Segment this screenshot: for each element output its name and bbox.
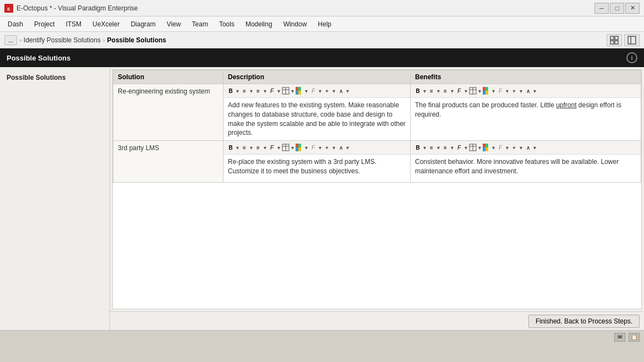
- tb-list-b1[interactable]: ≡: [440, 86, 450, 96]
- menu-itsm[interactable]: ITSM: [60, 18, 87, 30]
- tb-insert-b1[interactable]: +: [509, 86, 519, 96]
- menu-diagram[interactable]: Diagram: [125, 18, 161, 30]
- minimize-button[interactable]: ─: [594, 3, 609, 14]
- tb-list-b1-dd[interactable]: ▾: [451, 88, 454, 94]
- tb-insert-d2-dd[interactable]: ▾: [332, 145, 335, 151]
- menu-team[interactable]: Team: [187, 18, 214, 30]
- tb-insert-dd[interactable]: ▾: [332, 88, 335, 94]
- menu-modeling[interactable]: Modeling: [240, 18, 278, 30]
- tb-format-b1-dd[interactable]: ▾: [533, 88, 536, 94]
- tb-format-dd[interactable]: ▾: [346, 88, 349, 94]
- left-panel-label: Possible Solutions: [7, 74, 66, 81]
- tb-align-b1-dd[interactable]: ▾: [437, 88, 440, 94]
- tb-format-b2-dd[interactable]: ▾: [533, 145, 536, 151]
- svg-rect-6: [628, 36, 636, 44]
- tb-font-dd[interactable]: ▾: [277, 88, 280, 94]
- tb-italic-dd[interactable]: ▾: [319, 88, 321, 94]
- tb-b2-dd[interactable]: ▾: [423, 145, 426, 151]
- tb-italic-f[interactable]: F: [308, 86, 318, 96]
- tb-table-b2-dd[interactable]: ▾: [478, 145, 481, 151]
- tb-font-b2[interactable]: F: [454, 142, 464, 152]
- tb-list-b2-dd[interactable]: ▾: [451, 145, 454, 151]
- menu-window[interactable]: Window: [278, 18, 313, 30]
- tb-bold-b1[interactable]: B: [413, 86, 423, 96]
- clipboard-icon[interactable]: 📋: [629, 333, 640, 342]
- tb-format[interactable]: ∧: [336, 86, 346, 96]
- description-1-text[interactable]: Add new features to the existing system.…: [223, 98, 410, 140]
- tb-bold-d2[interactable]: B: [226, 142, 236, 152]
- tb-insert-b2[interactable]: +: [509, 142, 519, 152]
- tb-bold-b2[interactable]: B: [413, 142, 423, 152]
- tb-list[interactable]: ≡: [253, 86, 263, 96]
- maximize-button[interactable]: □: [610, 3, 624, 14]
- menu-tools[interactable]: Tools: [214, 18, 240, 30]
- tb-format-d2[interactable]: ∧: [336, 142, 346, 152]
- tb-align-b2[interactable]: ≡: [427, 142, 436, 152]
- tb-list-d2[interactable]: ≡: [253, 142, 263, 152]
- tb-font[interactable]: F: [267, 86, 277, 96]
- tb-font-b2-dd[interactable]: ▾: [465, 145, 467, 151]
- tb-insert-b1-dd[interactable]: ▾: [520, 88, 522, 94]
- breadcrumb-icon-panel[interactable]: [624, 34, 640, 46]
- tb-color-b2[interactable]: [482, 142, 492, 152]
- tb-align-dd[interactable]: ▾: [250, 88, 253, 94]
- tb-insert-d2[interactable]: +: [322, 142, 332, 152]
- tb-table-b1[interactable]: [468, 86, 478, 96]
- tb-italic-b2-dd[interactable]: ▾: [506, 145, 509, 151]
- tb-align-b1[interactable]: ≡: [427, 86, 436, 96]
- tb-table-d2-dd[interactable]: ▾: [291, 145, 294, 151]
- tb-align[interactable]: ≡: [239, 86, 249, 96]
- tb-b1-dd[interactable]: ▾: [423, 88, 426, 94]
- tb-bold[interactable]: B: [226, 86, 236, 96]
- description-2-text[interactable]: Re-place the existing system with a 3rd …: [223, 155, 410, 182]
- menu-dash[interactable]: Dash: [2, 18, 29, 30]
- tb-font-b1-dd[interactable]: ▾: [465, 88, 467, 94]
- tb-bold-dd[interactable]: ▾: [236, 88, 239, 94]
- close-button[interactable]: ✕: [625, 3, 640, 14]
- tb-list-d2-dd[interactable]: ▾: [264, 145, 266, 151]
- tb-color-dd[interactable]: ▾: [305, 88, 308, 94]
- finish-button[interactable]: Finished. Back to Process Steps.: [528, 315, 640, 328]
- tb-italic-b1-dd[interactable]: ▾: [506, 88, 509, 94]
- tb-insert-b2-dd[interactable]: ▾: [520, 145, 522, 151]
- tb-format-b2[interactable]: ∧: [523, 142, 533, 152]
- info-icon[interactable]: i: [626, 52, 637, 63]
- tb-color-b1-dd[interactable]: ▾: [492, 88, 495, 94]
- tb-align-d2-dd[interactable]: ▾: [250, 145, 253, 151]
- tb-list-dd[interactable]: ▾: [264, 88, 266, 94]
- benefits-2-text[interactable]: Consistent behavior. More innovative fea…: [411, 155, 641, 182]
- tb-italic-d2-dd[interactable]: ▾: [319, 145, 321, 151]
- tb-font-b1[interactable]: F: [454, 86, 464, 96]
- tb-color-d2-dd[interactable]: ▾: [305, 145, 308, 151]
- menu-uexceler[interactable]: UeXceler: [87, 18, 125, 30]
- tb-d2-dd[interactable]: ▾: [236, 145, 239, 151]
- email-icon[interactable]: ✉: [614, 333, 625, 342]
- tb-color-b1[interactable]: [482, 86, 492, 96]
- tb-table-b2[interactable]: [468, 142, 478, 152]
- menu-project[interactable]: Project: [29, 18, 60, 30]
- tb-list-b2[interactable]: ≡: [440, 142, 450, 152]
- tb-italic-b2[interactable]: F: [495, 142, 505, 152]
- breadcrumb-icon-grid[interactable]: [607, 34, 622, 46]
- tb-insert[interactable]: +: [322, 86, 332, 96]
- tb-table-dd[interactable]: ▾: [291, 88, 294, 94]
- tb-color-d2[interactable]: [294, 142, 304, 152]
- tb-align-d2[interactable]: ≡: [239, 142, 249, 152]
- menu-help[interactable]: Help: [312, 18, 337, 30]
- tb-font-d2-dd[interactable]: ▾: [277, 145, 280, 151]
- tb-font-d2[interactable]: F: [267, 142, 277, 152]
- tb-table-d2[interactable]: [281, 142, 291, 152]
- tb-format-d2-dd[interactable]: ▾: [346, 145, 349, 151]
- breadcrumb-nav-button[interactable]: ...: [4, 35, 17, 45]
- tb-table-b1-dd[interactable]: ▾: [478, 88, 481, 94]
- tb-italic-d2[interactable]: F: [308, 142, 318, 152]
- tb-color-b2-dd[interactable]: ▾: [492, 145, 495, 151]
- tb-align-b2-dd[interactable]: ▾: [437, 145, 440, 151]
- tb-italic-b1[interactable]: F: [495, 86, 505, 96]
- tb-table[interactable]: [281, 86, 291, 96]
- tb-color[interactable]: [294, 86, 304, 96]
- benefits-1-text[interactable]: The final products can be produced faste…: [411, 98, 641, 125]
- breadcrumb-identify[interactable]: Identify Possible Solutions: [24, 36, 101, 44]
- menu-view[interactable]: View: [161, 18, 187, 30]
- tb-format-b1[interactable]: ∧: [523, 86, 533, 96]
